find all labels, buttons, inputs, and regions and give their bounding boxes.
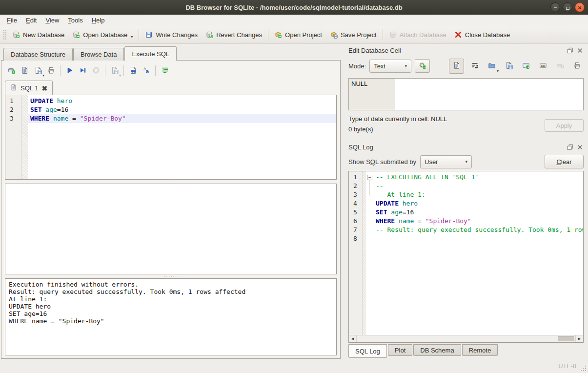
tab-db-schema[interactable]: DB Schema (413, 344, 461, 356)
set-null-button[interactable] (553, 60, 567, 73)
word-wrap-button[interactable] (158, 64, 171, 77)
dropdown-arrow-icon[interactable] (131, 35, 133, 39)
svg-text:→: → (423, 65, 426, 69)
menu-view[interactable]: View (41, 16, 63, 25)
close-dock-icon[interactable] (576, 47, 584, 54)
scrollbar-track[interactable] (357, 335, 575, 342)
cell-value: NULL (349, 79, 395, 89)
sql-toolbar-icon (129, 66, 137, 76)
code-line: SET age=16 (28, 105, 336, 114)
svg-text:→: → (279, 34, 282, 39)
code-line: -- At line 1: (373, 190, 583, 199)
menu-tools[interactable]: Tools (63, 16, 87, 25)
window-maximize-button[interactable] (563, 2, 572, 12)
fold-marker[interactable] (366, 190, 373, 199)
auto-format-button[interactable]: ba (140, 64, 153, 77)
sql-tab[interactable]: SQL 1 ✖ (5, 81, 53, 95)
svg-text:+: + (16, 34, 19, 39)
toolbar-drag-handle[interactable] (3, 29, 6, 40)
word-wrap-cell-button[interactable] (468, 60, 481, 73)
tab-execute-sql[interactable]: Execute SQL (124, 46, 177, 61)
svg-text:+: + (12, 70, 15, 74)
fold-marker[interactable] (366, 173, 373, 182)
window-close-button[interactable]: × (575, 2, 585, 12)
tab-remote[interactable]: Remote (462, 344, 498, 356)
tab-plot[interactable]: Plot (388, 344, 412, 356)
editor-results-splitter[interactable] (5, 180, 337, 184)
print-cell-button[interactable] (570, 60, 584, 73)
cell-type-info: Type of data currently in cell: NULL (348, 115, 545, 125)
resize-grip[interactable] (580, 365, 587, 372)
toolbar-button-icon: ↻ (205, 31, 213, 39)
execute-all-button[interactable] (63, 64, 76, 77)
editor-code-area[interactable]: UPDATE heroSET age=16WHERE name = "Spide… (28, 95, 336, 179)
save-results-button[interactable] (108, 64, 121, 77)
log-fold-margin (363, 171, 366, 342)
sql-toolbar-icon (92, 66, 100, 76)
write-changes-button[interactable]: Write Changes (141, 29, 202, 41)
find-replace-button[interactable] (126, 64, 140, 77)
text-mode-toggle[interactable] (449, 59, 464, 74)
window-minimize-button[interactable]: − (550, 2, 560, 12)
main-tab-bar: Database StructureBrowse DataExecute SQL (1, 45, 345, 60)
sql-tab-close-icon[interactable]: ✖ (41, 85, 47, 91)
save-project-button[interactable]: Save Project (326, 29, 381, 41)
stop-execution-button[interactable] (89, 64, 102, 77)
submitter-select[interactable]: User (420, 155, 472, 168)
cell-content-editor[interactable]: NULL (348, 78, 584, 110)
close-dock-icon[interactable] (576, 144, 584, 151)
fold-marker[interactable] (366, 199, 373, 208)
output-line: Execution finished without errors. (9, 281, 333, 288)
line-number: 4 (349, 199, 362, 208)
print-sql-button[interactable] (44, 64, 58, 77)
apply-button[interactable]: Apply (545, 119, 584, 132)
new-sql-tab-button[interactable]: + (5, 64, 18, 77)
float-dock-icon[interactable] (567, 144, 574, 151)
window-controls: −× (550, 2, 585, 12)
tab-browse-data[interactable]: Browse Data (73, 48, 124, 61)
export-text-button[interactable] (502, 60, 515, 73)
open-external-button[interactable]: → (519, 60, 532, 73)
mode-select[interactable]: Text (369, 60, 411, 73)
tab-sql-log[interactable]: SQL Log (348, 344, 387, 358)
auto-apply-button[interactable]: → (415, 59, 430, 73)
fold-marker[interactable] (366, 217, 373, 226)
sql-toolbar-separator (60, 65, 61, 76)
menu-edit[interactable]: Edit (21, 16, 41, 25)
execute-current-line-button[interactable] (76, 64, 89, 77)
line-number: 6 (349, 217, 362, 226)
toolbar-button-label: Open Database (83, 31, 127, 39)
clear-log-button[interactable]: Clear (545, 155, 584, 168)
svg-text:→: → (526, 65, 529, 69)
sql-toolbar-icon (161, 66, 169, 76)
float-dock-icon[interactable] (567, 47, 574, 54)
open-sql-file-button[interactable] (18, 64, 31, 77)
close-database-button[interactable]: Close Database (450, 29, 514, 41)
scroll-left-arrow[interactable]: ◀ (349, 335, 357, 342)
open-project-button[interactable]: → Open Project (270, 29, 326, 41)
results-output-splitter[interactable] (5, 274, 337, 278)
output-line: Result: query executed successfully. Too… (9, 288, 333, 295)
scrollbar-thumb[interactable] (558, 336, 574, 341)
fold-marker[interactable] (366, 234, 373, 243)
copy-link-button[interactable] (536, 60, 549, 73)
app-window: DB Browser for SQLite - /home/user/code/… (0, 0, 588, 373)
fold-marker[interactable] (366, 226, 373, 234)
menu-file[interactable]: File (2, 16, 21, 25)
scroll-right-arrow[interactable]: ▶ (575, 335, 583, 342)
line-number: 2 (349, 182, 362, 190)
open-database-button[interactable]: → Open Database (68, 29, 137, 41)
revert-changes-button[interactable]: ↻ Revert Changes (202, 29, 266, 41)
attach-database-button[interactable]: Attach Database (385, 29, 450, 41)
fold-marker[interactable] (366, 182, 373, 190)
cell-size-info: 0 byte(s) (348, 125, 545, 136)
toolbar-button-icon (330, 31, 338, 39)
save-sql-file-button[interactable] (31, 64, 44, 77)
filter-label: Show SQL submitted by (348, 158, 416, 166)
tab-database-structure[interactable]: Database Structure (3, 48, 73, 61)
menu-help[interactable]: Help (87, 16, 109, 25)
new-database-button[interactable]: + New Database (8, 29, 68, 41)
fold-marker[interactable] (366, 208, 373, 217)
toolbar-buttons: + New Database → Open Database Write Cha… (8, 29, 514, 41)
import-text-button[interactable] (485, 60, 498, 73)
